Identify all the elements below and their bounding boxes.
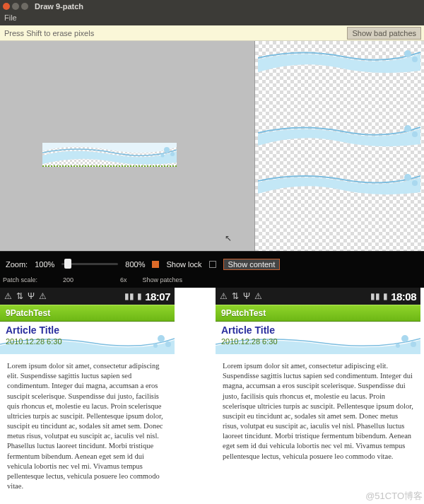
- svg-point-8: [404, 174, 411, 181]
- hint-text: Press Shift to erase pixels: [3, 29, 94, 37]
- patch-scale-label: Patch scale:: [3, 276, 37, 283]
- workspace: ↖: [0, 41, 424, 251]
- status-time: 18:08: [391, 291, 416, 303]
- svg-point-1: [170, 152, 175, 156]
- warning-icon-2: ⚠: [39, 291, 47, 301]
- controls-bar-2: Patch scale: 200 6x Show patches: [0, 276, 424, 288]
- status-time: 18:07: [145, 291, 170, 303]
- article-header: Article Title 2010.12.28 6:30: [216, 322, 420, 354]
- usb-icon: Ψ: [243, 291, 250, 301]
- app-bar: 9PatchTest: [0, 305, 175, 322]
- show-content-button[interactable]: Show content: [223, 259, 281, 270]
- menu-file[interactable]: File: [4, 13, 17, 22]
- article-body: Lorem ipsum dolor sit amet, consectetur …: [216, 354, 420, 469]
- status-bar: ⚠ ⇅ Ψ ⚠ ▮▮ ▮ 18:08: [216, 288, 420, 305]
- svg-point-6: [404, 125, 411, 132]
- zoom-max: 800%: [125, 260, 145, 269]
- hint-bar: Press Shift to erase pixels Show bad pat…: [0, 25, 424, 41]
- article-title: Article Title: [216, 322, 420, 336]
- battery-icon: ▮: [383, 291, 388, 301]
- svg-point-7: [412, 131, 418, 137]
- warning-icon: ⚠: [220, 291, 228, 301]
- cursor-icon: ↖: [225, 233, 232, 243]
- svg-point-9: [412, 180, 418, 186]
- phone-mockups: ⚠ ⇅ Ψ ⚠ ▮▮ ▮ 18:07 9PatchTest Article Ti…: [0, 288, 424, 498]
- battery-icon: ▮: [137, 291, 142, 301]
- wave-graphic: [42, 143, 177, 167]
- svg-point-0: [164, 147, 170, 153]
- warning-icon: ⚠: [4, 291, 12, 301]
- controls-bar: Zoom: 100% 800% Show lock Show content: [0, 251, 424, 276]
- stretch-preview-2: [258, 120, 420, 148]
- zoom-label: Zoom:: [6, 260, 28, 269]
- show-bad-patches-button[interactable]: Show bad patches: [347, 27, 421, 40]
- warning-icon-2: ⚠: [254, 291, 262, 301]
- show-lock-checkbox[interactable]: [152, 261, 159, 268]
- edit-pane[interactable]: ↖: [0, 41, 254, 251]
- show-patches-label: Show patches: [143, 276, 183, 283]
- menu-bar: File: [0, 13, 424, 25]
- traffic-icon: ⇅: [16, 291, 23, 301]
- phone-2: ⚠ ⇅ Ψ ⚠ ▮▮ ▮ 18:08 9PatchTest Article Ti…: [216, 288, 420, 498]
- close-button[interactable]: [3, 3, 10, 10]
- signal-icon: ▮▮: [370, 291, 380, 301]
- svg-point-5: [412, 57, 418, 62]
- stretch-preview-1: [258, 45, 420, 75]
- phone-1: ⚠ ⇅ Ψ ⚠ ▮▮ ▮ 18:07 9PatchTest Article Ti…: [0, 288, 175, 498]
- svg-point-4: [404, 50, 411, 57]
- minimize-button[interactable]: [12, 3, 19, 10]
- show-content-checkbox[interactable]: [209, 261, 216, 268]
- article-body: Lorem ipsum dolor sit amet, consectetur …: [0, 354, 175, 498]
- zoom-min: 100%: [35, 260, 54, 269]
- app-title: 9PatchTest: [221, 308, 266, 318]
- usb-icon: Ψ: [28, 291, 35, 301]
- zoom-tick: 200: [63, 276, 73, 283]
- zoom-slider[interactable]: [61, 263, 118, 265]
- traffic-icon: ⇅: [232, 291, 239, 301]
- signal-icon: ▮▮: [124, 291, 134, 301]
- show-lock-label: Show lock: [166, 260, 201, 269]
- watermark: @51CTO博客: [365, 490, 423, 503]
- nine-patch-asset[interactable]: [42, 143, 177, 167]
- preview-pane[interactable]: [254, 41, 424, 251]
- status-bar: ⚠ ⇅ Ψ ⚠ ▮▮ ▮ 18:07: [0, 288, 175, 305]
- app-bar: 9PatchTest: [216, 305, 420, 322]
- article-date: 2010.12.28 6:30: [216, 336, 420, 346]
- app-title: 9PatchTest: [6, 308, 50, 318]
- article-date: 2010.12.28 6:30: [0, 336, 175, 346]
- stretch-preview-3: [258, 170, 420, 197]
- window-title: Draw 9-patch: [35, 2, 83, 11]
- window-title-bar: Draw 9-patch: [0, 0, 424, 13]
- patch-scale-max: 6x: [120, 276, 127, 283]
- svg-point-2: [161, 154, 165, 158]
- article-header: Article Title 2010.12.28 6:30: [0, 322, 175, 354]
- maximize-button[interactable]: [21, 3, 28, 10]
- article-title: Article Title: [0, 322, 175, 336]
